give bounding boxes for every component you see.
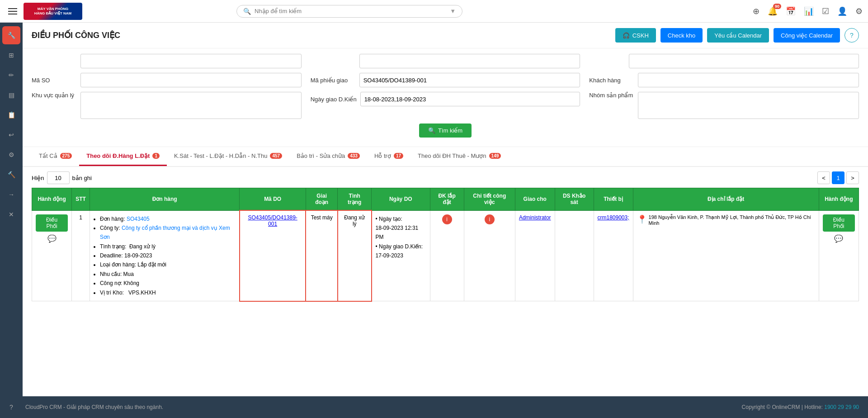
checkbox-button[interactable]: ☑ bbox=[822, 6, 829, 16]
wrench-icon: 🔧 bbox=[8, 32, 15, 39]
search-icon: 🔍 bbox=[243, 8, 251, 15]
col-hanh-dong-2: Hành động bbox=[819, 188, 859, 211]
yeu-cau-calendar-button[interactable]: Yêu cầu Calendar bbox=[707, 28, 769, 43]
filter-input-empty3[interactable] bbox=[629, 54, 859, 68]
prev-page-button[interactable]: < bbox=[817, 171, 830, 184]
filter-row-1 bbox=[32, 54, 859, 68]
cong-viec-calendar-button[interactable]: Công việc Calendar bbox=[774, 28, 840, 43]
dropdown-arrow-icon[interactable]: ▼ bbox=[450, 8, 456, 14]
filter-input-empty2[interactable] bbox=[359, 54, 580, 68]
khach-hang-input[interactable] bbox=[638, 73, 859, 87]
ma-phieu-giao-input[interactable] bbox=[359, 73, 580, 87]
address-text: 198 Nguyễn Văn Kinh, P. Thạnh Mỹ Lợi, Th… bbox=[649, 214, 815, 226]
ngay-giao-input[interactable] bbox=[360, 92, 580, 106]
sidebar-item-gear[interactable]: ⚙ bbox=[2, 146, 20, 164]
logo: MÁY VĂN PHÒNGHÀNG ĐẦU VIỆT NAM bbox=[24, 3, 82, 20]
thiet-bi-link[interactable]: crm1809003; bbox=[598, 214, 629, 221]
dieu-phoi-button-right[interactable]: Điều Phối bbox=[823, 214, 855, 232]
giai-doan-value: Test máy bbox=[311, 214, 333, 221]
order-link[interactable]: SO43405 bbox=[127, 216, 150, 222]
order-info-vi-tri: Vị trí Kho: VPS.KHXH bbox=[100, 288, 236, 297]
cell-ngay-do: • Ngày tạo: 18-09-2023 12:31 PM • Ngày g… bbox=[372, 210, 430, 301]
ma-do-link[interactable]: SO43405/DO41389-001 bbox=[248, 214, 297, 227]
edit-icon: ✏ bbox=[9, 71, 14, 79]
gear2-icon: ⚙ bbox=[9, 151, 14, 158]
settings-button[interactable]: ⚙ bbox=[855, 6, 863, 16]
footer-hotline[interactable]: 1900 29 29 90 bbox=[824, 404, 859, 410]
dieu-phoi-button-left[interactable]: Điều Phối bbox=[36, 214, 68, 232]
chat-icon-left[interactable]: 💬 bbox=[47, 235, 57, 242]
tab-theo-doi-thue[interactable]: Theo dõi ĐH Thuê - Mượn 149 bbox=[410, 147, 508, 166]
loai-don-hang: Lắp đặt mới bbox=[137, 261, 166, 268]
ngay-giao-row: • Ngày giao D.Kiến:17-09-2023 bbox=[376, 242, 426, 261]
nhom-san-pham-input[interactable] bbox=[638, 92, 859, 119]
sidebar-item-x[interactable]: ✕ bbox=[2, 205, 20, 223]
logo-area: MÁY VĂN PHÒNGHÀNG ĐẦU VIỆT NAM bbox=[24, 3, 82, 20]
col-dk-lap-dat: ĐK lắp đặt bbox=[430, 188, 464, 211]
sidebar-item-active[interactable]: 🔧 bbox=[2, 26, 20, 44]
giao-cho-link[interactable]: Administrator bbox=[519, 214, 551, 221]
cell-hanh-dong: Điều Phối 💬 bbox=[32, 210, 72, 301]
tab-theo-doi-dh[interactable]: Theo dõi Đ.Hàng L.Đặt 1 bbox=[79, 147, 167, 166]
dk-lap-dat-info-icon[interactable]: i bbox=[442, 214, 452, 224]
filter-section: Mã SO Mã phiếu giao Khách hàng Khu vực q… bbox=[23, 48, 868, 147]
sidebar-item-layers[interactable]: ▤ bbox=[2, 86, 20, 104]
company-link[interactable]: Công ty cổ phần thương mại và dịch vụ Xe… bbox=[100, 225, 230, 240]
tab-ho-tro-badge: 17 bbox=[394, 153, 403, 159]
hamburger-button[interactable] bbox=[5, 4, 20, 19]
add-button[interactable]: ⊕ bbox=[753, 6, 760, 16]
deadline-value: 18-09-2023 bbox=[124, 252, 152, 259]
order-info: Đơn hàng: SO43405 Công ty: Công ty cổ ph… bbox=[94, 214, 236, 298]
tab-tat-ca[interactable]: Tất Cả 275 bbox=[32, 147, 79, 166]
records-per-page-input[interactable] bbox=[47, 171, 70, 184]
order-info-loai: Loại đơn hàng: Lắp đặt mới bbox=[100, 260, 236, 269]
sidebar-item-home[interactable]: ⊞ bbox=[2, 46, 20, 64]
user-button[interactable]: 👤 bbox=[837, 6, 847, 16]
tool-icon: 🔨 bbox=[8, 171, 15, 178]
tab-bao-tri-badge: 433 bbox=[348, 153, 360, 159]
tab-theo-doi-thue-badge: 149 bbox=[489, 153, 501, 159]
sidebar-item-edit[interactable]: ✏ bbox=[2, 66, 20, 84]
plus-icon: ⊕ bbox=[753, 7, 760, 16]
check-kho-button[interactable]: Check kho bbox=[660, 28, 703, 43]
nhu-cau-value: Mua bbox=[123, 271, 134, 277]
sidebar-item-clipboard[interactable]: 📋 bbox=[2, 106, 20, 124]
calendar-icon: 📅 bbox=[786, 7, 796, 16]
search-button[interactable]: 🔍 Tìm kiếm bbox=[419, 124, 472, 138]
show-label: Hiện bbox=[32, 175, 44, 181]
chart-button[interactable]: 📊 bbox=[804, 6, 814, 16]
next-page-button[interactable]: > bbox=[846, 171, 859, 184]
filter-input-empty1[interactable] bbox=[80, 54, 302, 68]
x-icon: ✕ bbox=[9, 211, 14, 218]
notification-button[interactable]: 🔔 90 bbox=[768, 6, 778, 16]
order-info-cong-ty: Công ty: Công ty cổ phần thương mại và d… bbox=[100, 223, 236, 242]
sidebar-item-refresh[interactable]: ↩ bbox=[2, 126, 20, 144]
page-title: ĐIỀU PHỐI CÔNG VIỆC bbox=[32, 30, 120, 40]
sidebar: 🔧 ⊞ ✏ ▤ 📋 ↩ ⚙ 🔨 → ✕ ? bbox=[0, 23, 23, 418]
page-1-button[interactable]: 1 bbox=[832, 171, 844, 184]
col-thiet-bi: Thiết bị bbox=[594, 188, 633, 211]
chat-icon-right[interactable]: 💬 bbox=[834, 235, 843, 242]
cell-ma-do: SO43405/DO41389-001 bbox=[240, 210, 306, 301]
tabs-section: Tất Cả 275 Theo dõi Đ.Hàng L.Đặt 1 K.Sát… bbox=[23, 147, 868, 167]
khu-vuc-input[interactable] bbox=[80, 92, 302, 119]
order-info-deadline: Deadline: 18-09-2023 bbox=[100, 251, 236, 260]
cskh-button[interactable]: 🎧 CSKH bbox=[615, 28, 656, 43]
calendar-button[interactable]: 📅 bbox=[786, 6, 796, 16]
tab-k-sat[interactable]: K.Sát - Test - L.Đặt - H.Dẫn - N.Thu 457 bbox=[167, 147, 289, 166]
ma-so-input[interactable] bbox=[80, 73, 302, 87]
search-input[interactable] bbox=[255, 8, 446, 14]
chi-tiet-info-icon[interactable]: i bbox=[485, 214, 495, 224]
sidebar-item-help[interactable]: ? bbox=[2, 398, 20, 416]
table-section: Hiện bản ghi < 1 > Hành động STT Đơn hàn… bbox=[23, 167, 868, 306]
sidebar-item-tool[interactable]: 🔨 bbox=[2, 166, 20, 184]
tab-ho-tro[interactable]: Hỗ trợ 17 bbox=[367, 147, 410, 166]
cell-don-hang: Đơn hàng: SO43405 Công ty: Công ty cổ ph… bbox=[90, 210, 240, 301]
help-button[interactable]: ? bbox=[844, 28, 859, 43]
tab-bao-tri[interactable]: Bảo trì - Sửa chữa 433 bbox=[289, 147, 367, 166]
help-icon: ? bbox=[9, 404, 13, 411]
table-header: Hành động STT Đơn hàng Mã DO Giai đoạn T… bbox=[32, 188, 859, 211]
cell-giai-doan: Test máy bbox=[306, 210, 338, 301]
sidebar-item-arrow[interactable]: → bbox=[2, 185, 20, 204]
col-chi-tiet: Chi tiết công việc bbox=[464, 188, 515, 211]
